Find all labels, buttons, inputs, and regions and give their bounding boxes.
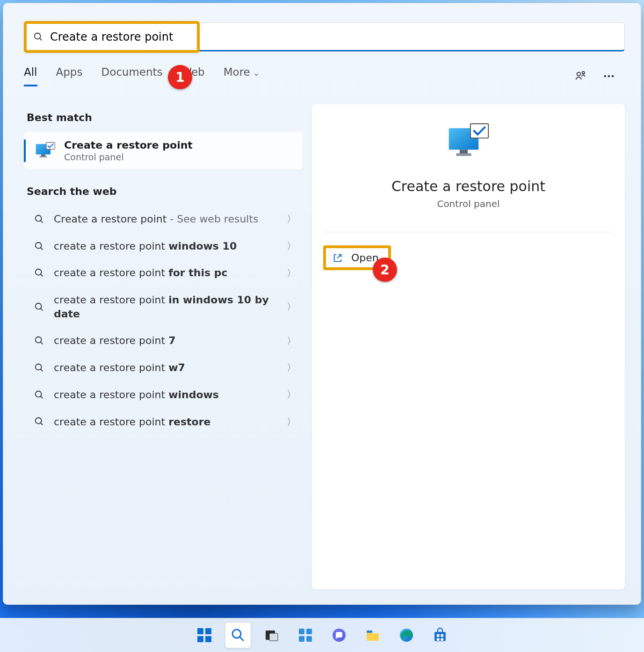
open-external-icon (333, 253, 343, 263)
best-match-result[interactable]: Create a restore point Control panel (24, 132, 303, 170)
svg-line-27 (41, 423, 43, 425)
search-icon (34, 363, 44, 373)
best-match-label: Best match (27, 112, 300, 123)
svg-rect-34 (197, 636, 203, 642)
svg-rect-35 (205, 636, 211, 642)
preview-pane: Create a restore point Control panel Ope… (312, 104, 625, 589)
svg-rect-32 (197, 628, 203, 634)
web-results-list: Create a restore point - See web results… (24, 206, 303, 435)
taskbar-file-explorer[interactable] (360, 623, 385, 648)
web-result-text: create a restore point restore (54, 415, 277, 429)
search-icon (34, 390, 44, 400)
search-icon (34, 416, 44, 427)
svg-rect-9 (41, 154, 45, 156)
svg-line-37 (240, 637, 244, 641)
search-icon (34, 302, 44, 312)
web-result-2[interactable]: create a restore point for this pc〉 (24, 259, 303, 287)
taskbar-chat[interactable] (326, 623, 352, 648)
taskbar-start[interactable] (192, 623, 217, 648)
web-result-text: create a restore point in windows 10 by … (54, 293, 277, 321)
svg-point-6 (612, 75, 614, 78)
taskbar (0, 618, 644, 652)
taskbar-task-view[interactable] (259, 623, 284, 648)
search-icon (34, 336, 44, 346)
web-result-text: Create a restore point - See web results (54, 212, 277, 226)
svg-point-2 (577, 72, 580, 76)
search-input-highlight[interactable] (24, 21, 200, 53)
web-result-3[interactable]: create a restore point in windows 10 by … (24, 287, 303, 327)
svg-point-20 (36, 337, 42, 343)
svg-point-22 (36, 364, 42, 370)
web-result-7[interactable]: create a restore point restore〉 (24, 408, 303, 436)
svg-line-19 (41, 308, 43, 311)
chevron-right-icon: 〉 (287, 361, 296, 374)
chevron-right-icon: 〉 (287, 267, 296, 279)
svg-rect-43 (306, 636, 312, 642)
more-options-icon[interactable] (602, 70, 615, 83)
chevron-right-icon: 〉 (287, 240, 296, 252)
search-icon (33, 32, 43, 42)
svg-point-14 (36, 242, 42, 248)
taskbar-search[interactable] (225, 623, 251, 648)
web-result-0[interactable]: Create a restore point - See web results… (24, 206, 303, 233)
chevron-right-icon: 〉 (287, 301, 296, 313)
search-bar (24, 21, 625, 53)
open-label: Open (351, 252, 379, 264)
tab-all[interactable]: All (24, 66, 37, 86)
search-web-label: Search the web (27, 186, 300, 197)
svg-rect-33 (205, 628, 211, 634)
web-result-text: create a restore point for this pc (54, 266, 277, 280)
search-input-extension[interactable] (199, 22, 625, 51)
svg-line-15 (41, 247, 43, 250)
search-icon (34, 214, 44, 224)
svg-line-17 (41, 274, 43, 277)
search-input[interactable] (50, 30, 190, 43)
svg-rect-50 (437, 638, 440, 641)
annotation-badge-1: 1 (168, 65, 192, 89)
account-icon[interactable] (574, 70, 587, 83)
taskbar-widgets[interactable] (293, 623, 318, 648)
tab-more[interactable]: More⌄ (224, 66, 260, 86)
tab-documents[interactable]: Documents (101, 66, 162, 86)
svg-rect-48 (437, 634, 440, 637)
web-result-5[interactable]: create a restore point w7〉 (24, 354, 303, 381)
web-result-6[interactable]: create a restore point windows〉 (24, 381, 303, 408)
svg-point-16 (36, 269, 42, 275)
tab-apps[interactable]: Apps (56, 66, 83, 86)
svg-point-18 (36, 303, 42, 309)
taskbar-store[interactable] (427, 623, 453, 648)
svg-point-5 (608, 75, 610, 78)
search-icon (34, 241, 44, 251)
preview-monitor-icon (446, 123, 491, 162)
annotation-badge-2: 2 (373, 258, 397, 282)
svg-line-13 (41, 221, 43, 223)
divider (323, 232, 614, 232)
taskbar-edge[interactable] (394, 623, 419, 648)
web-result-text: create a restore point windows (54, 388, 277, 402)
svg-line-1 (40, 38, 42, 41)
filter-tabs: All Apps Documents Web More⌄ (24, 66, 620, 86)
svg-point-12 (36, 215, 42, 222)
svg-rect-47 (434, 632, 446, 641)
svg-point-26 (36, 418, 42, 424)
selection-indicator (24, 139, 26, 162)
best-match-title: Create a restore point (64, 139, 193, 151)
svg-rect-49 (441, 634, 443, 637)
web-result-4[interactable]: create a restore point 7〉 (24, 327, 303, 354)
svg-point-36 (232, 630, 241, 638)
chevron-right-icon: 〉 (287, 416, 296, 428)
svg-rect-41 (306, 629, 312, 634)
svg-point-0 (35, 33, 41, 39)
preview-title: Create a restore point (391, 178, 545, 194)
web-result-text: create a restore point w7 (54, 361, 277, 375)
preview-subtitle: Control panel (437, 198, 499, 209)
svg-line-21 (41, 342, 43, 344)
svg-rect-29 (459, 150, 467, 153)
web-result-1[interactable]: create a restore point windows 10〉 (24, 233, 303, 260)
svg-rect-40 (299, 629, 304, 634)
results-column: Best match Create a restore point Contro… (24, 104, 303, 589)
svg-rect-30 (456, 153, 471, 156)
svg-point-3 (582, 72, 585, 74)
svg-rect-51 (441, 638, 443, 641)
svg-rect-42 (299, 636, 304, 642)
